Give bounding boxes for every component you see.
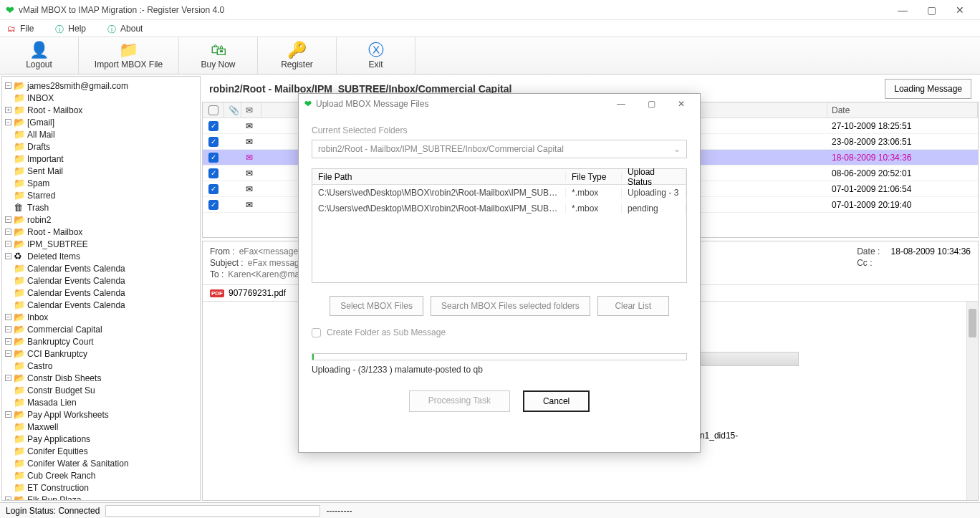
progress-fill	[312, 354, 314, 360]
col-filetype: File Type	[566, 172, 622, 182]
modal-backdrop: ❤ Upload MBOX Message Files — ▢ ✕ Curren…	[0, 0, 980, 518]
dialog-logo-icon: ❤	[304, 99, 312, 109]
file-type-cell: *.mbox	[566, 203, 622, 214]
file-type-cell: *.mbox	[566, 188, 622, 198]
cancel-button[interactable]: Cancel	[523, 390, 590, 412]
chevron-down-icon: ⌄	[673, 144, 681, 154]
file-table-row[interactable]: C:\Users\ved\Desktop\MBOX\robin2\Root-Ma…	[312, 201, 686, 216]
clear-list-button[interactable]: Clear List	[597, 296, 669, 316]
dialog-minimize-button[interactable]: —	[608, 99, 634, 109]
file-table-row[interactable]: C:\Users\ved\Desktop\MBOX\robin2\Root-Ma…	[312, 185, 686, 201]
processing-task-button[interactable]: Processing Task	[409, 390, 510, 412]
col-filepath: File Path	[312, 172, 566, 182]
file-status-cell: Uploading - 3	[622, 188, 686, 198]
file-path-cell: C:\Users\ved\Desktop\MBOX\robin2\Root-Ma…	[312, 203, 566, 214]
selected-folder-dropdown[interactable]: robin2/Root - Mailbox/IPM_SUBTREE/Inbox/…	[312, 140, 687, 158]
upload-progressbar	[312, 353, 687, 360]
dialog-title: Upload MBOX Message Files	[316, 99, 428, 109]
search-mbox-button[interactable]: Search MBOX Files selected folders	[431, 296, 590, 316]
selected-folders-label: Current Selected Folders	[312, 125, 687, 135]
dialog-maximize-button[interactable]: ▢	[638, 99, 664, 109]
progress-text: Uploading - (3/1233 ) malamute-posted to…	[312, 365, 687, 375]
upload-mbox-dialog: ❤ Upload MBOX Message Files — ▢ ✕ Curren…	[298, 93, 701, 453]
file-status-cell: pending	[622, 203, 686, 214]
select-mbox-button[interactable]: Select MBOX Files	[330, 296, 423, 316]
file-table-header: File Path File Type Upload Status	[312, 169, 686, 185]
col-uploadstatus: Upload Status	[622, 167, 686, 187]
dialog-titlebar: ❤ Upload MBOX Message Files — ▢ ✕	[299, 94, 700, 114]
create-subfolder-checkbox[interactable]	[312, 328, 321, 337]
file-table: File Path File Type Upload Status C:\Use…	[312, 168, 687, 283]
create-subfolder-label: Create Folder as Sub Message	[327, 327, 446, 337]
dialog-close-button[interactable]: ✕	[668, 99, 694, 109]
selected-folder-value: robin2/Root - Mailbox/IPM_SUBTREE/Inbox/…	[318, 144, 564, 154]
file-path-cell: C:\Users\ved\Desktop\MBOX\robin2\Root-Ma…	[312, 188, 566, 198]
